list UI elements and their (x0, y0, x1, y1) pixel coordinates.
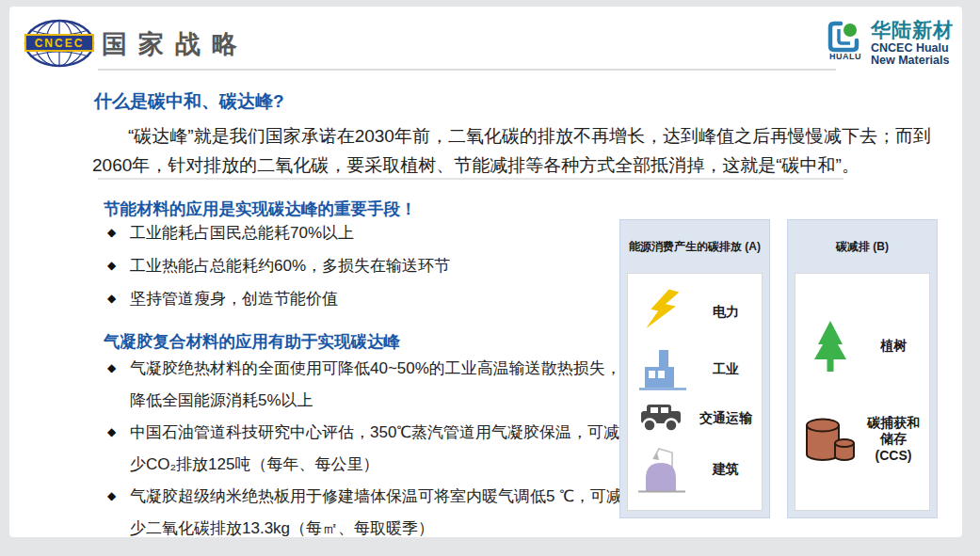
hualu-icon-caption: HUALU (829, 52, 861, 61)
bullet-text: 气凝胶超级纳米绝热板用于修建墙体保温可将室内暖气调低5 ℃，可减少二氧化碳排放1… (130, 481, 635, 544)
bullet-diamond-icon: ◆ (107, 353, 130, 385)
title-divider (98, 69, 836, 71)
diagram-row-electricity: 电力 (628, 289, 762, 336)
diagram-row-industry: 工业 (628, 347, 762, 392)
bullet-text: 中国石油管道科技研究中心评估，350℃蒸汽管道用气凝胶保温，可减少CO₂排放12… (130, 417, 635, 480)
bullet-text: 气凝胶绝热材料的全面使用可降低40~50%的工业高温输送散热损失，降低全国能源消… (130, 353, 635, 416)
list-item: ◆ 中国石油管道科技研究中心评估，350℃蒸汽管道用气凝胶保温，可减少CO₂排放… (107, 417, 635, 480)
intro-heading: 什么是碳中和、碳达峰? (94, 89, 284, 114)
slide: CNCEC 国家战略 HUALU 华陆新材 CNCEC Hualu New Ma… (9, 7, 962, 537)
bullet-diamond-icon: ◆ (107, 481, 130, 513)
bullet-text: 工业热能占总能耗约60%，多损失在输送环节 (130, 255, 635, 277)
hualu-name-en2: New Materials (871, 55, 954, 67)
bullet-diamond-icon: ◆ (107, 222, 130, 244)
list-item: ◆ 气凝胶绝热材料的全面使用可降低40~50%的工业高温输送散热损失，降低全国能… (107, 353, 635, 416)
diagram-row-tree: 植树 (795, 320, 929, 373)
hualu-logo: HUALU 华陆新材 CNCEC Hualu New Materials (825, 20, 954, 67)
panel-emissions-title: 能源消费产生的碳排放 (A) (620, 220, 769, 273)
section-divider (98, 178, 843, 180)
list-item: ◆ 工业能耗占国民总能耗70%以上 (107, 222, 635, 244)
list-item: ◆ 气凝胶超级纳米绝热板用于修建墙体保温可将室内暖气调低5 ℃，可减少二氧化碳排… (107, 481, 635, 544)
energy-bullet-list: ◆ 工业能耗占国民总能耗70%以上 ◆ 工业热能占总能耗约60%，多损失在输送环… (107, 222, 635, 321)
hualu-green-dot-icon (843, 24, 857, 37)
diagram-row-transport: 交通运输 (628, 403, 762, 433)
diagram-row-building: 建筑 (628, 444, 762, 495)
aerogel-bullet-list: ◆ 气凝胶绝热材料的全面使用可降低40~50%的工业高温输送散热损失，降低全国能… (107, 353, 635, 545)
carbon-diagram: 能源消费产生的碳排放 (A) 电力 (619, 219, 938, 518)
diagram-row-ccs: 碳捕获和储存 (CCS) (795, 415, 929, 465)
ccs-icon (795, 415, 865, 464)
aerogel-section-heading: 气凝胶复合材料的应用有助于实现碳达峰 (104, 330, 400, 353)
intro-paragraph: “碳达峰”就是我们国家承诺在2030年前，二氧化碳的排放不再增长，达到峰值之后再… (92, 121, 936, 180)
bullet-diamond-icon: ◆ (107, 288, 130, 310)
bullet-text: 坚持管道瘦身，创造节能价值 (130, 288, 635, 310)
panel-emissions: 能源消费产生的碳排放 (A) 电力 (619, 219, 770, 518)
bullet-text: 工业能耗占国民总能耗70%以上 (130, 222, 635, 244)
hualu-name-cn: 华陆新材 (871, 20, 954, 40)
lightning-icon (628, 289, 698, 336)
page-title: 国家战略 (102, 27, 249, 61)
diagram-label: 碳捕获和储存 (CCS) (865, 415, 929, 465)
cncec-logo-text: CNCEC (35, 37, 85, 50)
cncec-logo: CNCEC (23, 19, 96, 68)
hualu-bracket-icon (827, 20, 863, 54)
diagram-label: 电力 (698, 304, 762, 321)
building-icon (628, 444, 698, 495)
diagram-label: 植树 (865, 338, 929, 355)
bullet-diamond-icon: ◆ (107, 255, 130, 277)
factory-icon (628, 347, 698, 392)
energy-section-heading: 节能材料的应用是实现碳达峰的重要手段！ (104, 198, 417, 220)
tree-icon (795, 320, 865, 373)
bullet-diamond-icon: ◆ (107, 417, 130, 449)
car-icon (628, 403, 698, 433)
diagram-label: 建筑 (698, 461, 762, 478)
list-item: ◆ 工业热能占总能耗约60%，多损失在输送环节 (107, 255, 635, 277)
diagram-label: 工业 (698, 361, 762, 378)
diagram-label: 交通运输 (698, 410, 762, 427)
panel-reduction-title: 碳减排 (B) (788, 220, 937, 273)
list-item: ◆ 坚持管道瘦身，创造节能价值 (107, 288, 635, 310)
panel-reduction: 碳减排 (B) 植树 (787, 219, 938, 518)
